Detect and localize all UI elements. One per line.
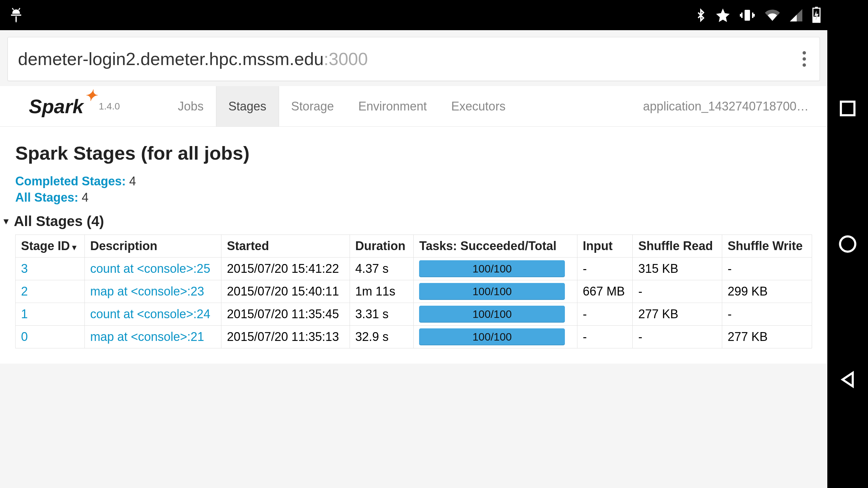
input-cell: 667 MB (577, 280, 633, 303)
stage-id-link[interactable]: 0 (21, 330, 28, 344)
shuffle-read-cell: - (633, 280, 722, 303)
input-cell: - (577, 303, 633, 326)
page-title: Spark Stages (for all jobs) (15, 142, 812, 164)
table-row: 0map at <console>:212015/07/20 11:35:133… (16, 326, 812, 348)
stage-id-link[interactable]: 2 (21, 284, 28, 298)
col-shuffle-write[interactable]: Shuffle Write (722, 235, 812, 258)
col-shuffle-read[interactable]: Shuffle Read (633, 235, 722, 258)
shuffle-write-cell: 299 KB (722, 280, 812, 303)
tasks-progress: 100/100 (419, 328, 565, 345)
url-host: demeter-login2.demeter.hpc.mssm.edu (18, 49, 324, 69)
spark-version: 1.4.0 (99, 101, 120, 112)
tab-jobs[interactable]: Jobs (165, 86, 216, 126)
shuffle-write-cell: - (722, 303, 812, 326)
disclosure-icon[interactable]: ▼ (2, 216, 11, 227)
shuffle-read-cell: - (633, 326, 722, 348)
svg-rect-0 (745, 10, 750, 21)
completed-stages-count: 4 (126, 174, 136, 188)
browser-menu-icon[interactable] (799, 48, 809, 70)
all-stages-link[interactable]: All Stages: (15, 190, 78, 204)
battery-icon (811, 7, 822, 24)
stage-desc-link[interactable]: map at <console>:23 (90, 284, 204, 298)
started-cell: 2015/07/20 15:40:11 (221, 280, 350, 303)
url-port: :3000 (324, 49, 368, 69)
stage-desc-link[interactable]: count at <console>:24 (90, 307, 210, 321)
stage-desc-link[interactable]: count at <console>:25 (90, 262, 210, 276)
stages-table: Stage ID Description Started Duration Ta… (15, 235, 812, 348)
application-id[interactable]: application_1432740718700… (643, 99, 809, 114)
tab-storage[interactable]: Storage (279, 86, 346, 126)
stage-id-link[interactable]: 1 (21, 307, 28, 321)
stage-id-link[interactable]: 3 (21, 262, 28, 276)
android-status-bar: 4:56 (0, 0, 868, 30)
app-icon (8, 6, 24, 24)
table-row: 1count at <console>:242015/07/20 11:35:4… (16, 303, 812, 326)
duration-cell: 3.31 s (350, 303, 414, 326)
vibrate-icon (738, 7, 756, 23)
svg-rect-4 (841, 102, 854, 115)
browser-viewport: demeter-login2.demeter.hpc.mssm.edu:3000… (0, 30, 827, 488)
shuffle-write-cell: 277 KB (722, 326, 812, 348)
duration-cell: 4.37 s (350, 258, 414, 280)
col-input[interactable]: Input (577, 235, 633, 258)
all-stages-count: 4 (78, 190, 88, 204)
shuffle-write-cell: - (722, 258, 812, 280)
started-cell: 2015/07/20 11:35:45 (221, 303, 350, 326)
home-button[interactable] (837, 234, 858, 254)
star-icon: ✦ (84, 88, 97, 103)
col-description[interactable]: Description (84, 235, 221, 258)
table-row: 3count at <console>:252015/07/20 15:41:2… (16, 258, 812, 280)
android-nav-bar (827, 0, 868, 488)
recent-apps-button[interactable] (837, 98, 858, 119)
shuffle-read-cell: 277 KB (633, 303, 722, 326)
completed-stages-link[interactable]: Completed Stages: (15, 174, 126, 188)
started-cell: 2015/07/20 15:41:22 (221, 258, 350, 280)
table-row: 2map at <console>:232015/07/20 15:40:111… (16, 280, 812, 303)
star-icon (715, 7, 731, 23)
section-all-stages-header[interactable]: ▼ All Stages (4) (2, 213, 812, 229)
wifi-icon (764, 8, 781, 23)
spark-nav: Spark✦ 1.4.0 Jobs Stages Storage Environ… (0, 86, 827, 127)
tab-environment[interactable]: Environment (346, 86, 439, 126)
cell-signal-icon (789, 8, 804, 23)
tab-stages[interactable]: Stages (216, 86, 279, 126)
url-bar[interactable]: demeter-login2.demeter.hpc.mssm.edu:3000 (7, 37, 820, 81)
svg-point-5 (840, 237, 855, 252)
spark-logo[interactable]: Spark✦ (29, 97, 83, 116)
bluetooth-icon (694, 7, 707, 23)
back-button[interactable] (837, 369, 858, 390)
col-stage-id[interactable]: Stage ID (16, 235, 85, 258)
tasks-progress: 100/100 (419, 306, 565, 323)
stage-desc-link[interactable]: map at <console>:21 (90, 330, 204, 344)
col-duration[interactable]: Duration (350, 235, 414, 258)
shuffle-read-cell: 315 KB (633, 258, 722, 280)
input-cell: - (577, 326, 633, 348)
duration-cell: 1m 11s (350, 280, 414, 303)
tab-executors[interactable]: Executors (439, 86, 518, 126)
duration-cell: 32.9 s (350, 326, 414, 348)
tasks-progress: 100/100 (419, 283, 565, 300)
input-cell: - (577, 258, 633, 280)
col-started[interactable]: Started (221, 235, 350, 258)
page-content: Spark✦ 1.4.0 Jobs Stages Storage Environ… (0, 86, 827, 364)
started-cell: 2015/07/20 11:35:13 (221, 326, 350, 348)
col-tasks[interactable]: Tasks: Succeeded/Total (414, 235, 577, 258)
tasks-progress: 100/100 (419, 260, 565, 277)
